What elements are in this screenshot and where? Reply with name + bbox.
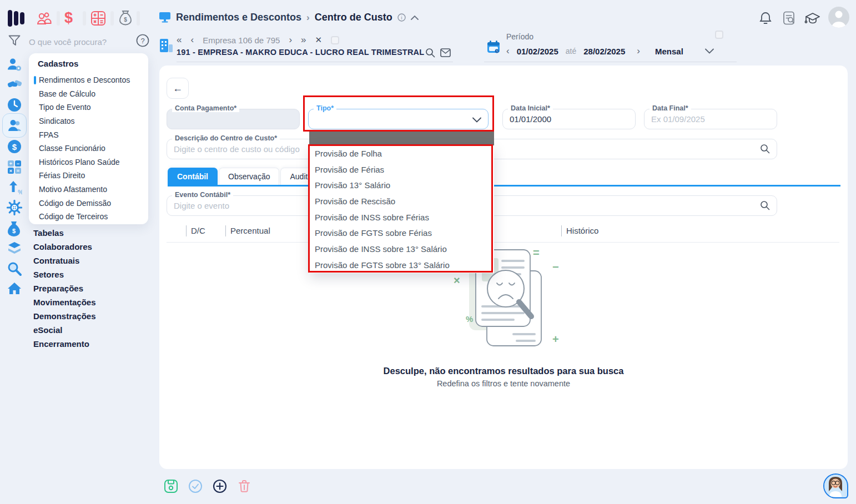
search-icon[interactable] xyxy=(760,200,770,210)
delete-icon[interactable] xyxy=(237,479,251,493)
calculator-icon[interactable]: + − × = xyxy=(7,159,22,175)
clock-icon[interactable] xyxy=(7,97,22,113)
breadcrumb-separator: › xyxy=(306,12,310,23)
svg-text:i: i xyxy=(401,15,402,21)
handshake-icon[interactable] xyxy=(7,77,22,93)
submenu-item[interactable]: Código de Terceiros xyxy=(29,210,148,224)
moneybag-icon[interactable]: $ xyxy=(119,10,132,28)
mail-icon[interactable] xyxy=(440,48,451,59)
next-company-button[interactable]: › xyxy=(289,34,292,46)
sidebar-section-item[interactable]: Contratuais xyxy=(33,254,96,268)
period-mode-select[interactable]: Mensal xyxy=(655,47,683,56)
sidebar-section-item[interactable]: Demonstrações xyxy=(33,309,96,323)
search-input[interactable] xyxy=(29,34,129,49)
dollar-icon[interactable]: $ xyxy=(64,9,73,27)
dropdown-option[interactable]: Provisão de Folha xyxy=(309,145,494,162)
column-header-historico: Histórico xyxy=(561,225,598,236)
sidebar-section-item[interactable]: Setores xyxy=(33,268,96,281)
tab[interactable]: Contábil xyxy=(168,168,218,185)
submenu-item[interactable]: Férias Direito xyxy=(29,169,148,183)
save-icon[interactable] xyxy=(164,479,178,493)
period-checkbox[interactable] xyxy=(715,31,723,39)
info-icon[interactable]: i xyxy=(397,13,406,22)
company-checkbox[interactable] xyxy=(331,36,339,44)
dropdown-option-label: Provisão 13° Salário xyxy=(315,180,390,190)
svg-text:×: × xyxy=(454,274,460,286)
sidebar-section-item[interactable]: Movimentações xyxy=(33,295,96,309)
chevron-down-icon[interactable] xyxy=(472,117,481,123)
period-prev-button[interactable]: ‹ xyxy=(506,46,510,57)
divider xyxy=(484,62,737,62)
filter-icon[interactable] xyxy=(8,35,21,48)
help-icon[interactable]: ? xyxy=(136,34,149,49)
dropdown-option[interactable]: Provisão de FGTS sobre Férias xyxy=(309,225,494,241)
data-final-input[interactable] xyxy=(644,109,777,129)
people-icon[interactable] xyxy=(37,11,52,28)
chevron-down-icon[interactable] xyxy=(705,48,714,54)
submenu-item[interactable]: Classe Funcionário xyxy=(29,142,148,155)
app-logo[interactable] xyxy=(8,9,27,29)
dropdown-option[interactable]: Provisão de FGTS sobre 13° Salário xyxy=(309,257,494,273)
breadcrumb-section[interactable]: Rendimentos e Descontos xyxy=(176,12,301,23)
dropdown-option[interactable]: Provisão de Férias xyxy=(309,162,494,178)
search-icon[interactable] xyxy=(7,261,22,276)
submenu-item[interactable]: Rendimentos e Descontos xyxy=(29,73,148,87)
confirm-icon[interactable] xyxy=(188,479,203,493)
dropdown-option[interactable]: Provisão de Rescisão xyxy=(309,193,494,209)
period-start-date[interactable]: 01/02/2025 xyxy=(517,47,558,56)
dropdown-option[interactable]: Provisão de INSS sobre 13° Salário xyxy=(309,241,494,257)
moneybag-icon[interactable]: $ xyxy=(7,220,22,236)
sidebar-section-label: Encerramento xyxy=(33,339,89,349)
period-end-date[interactable]: 28/02/2025 xyxy=(583,47,625,56)
dollar-circle-icon[interactable]: $ xyxy=(7,139,22,154)
chevron-up-icon[interactable] xyxy=(411,15,419,20)
svg-text:$: $ xyxy=(124,17,127,23)
user-settings-icon[interactable] xyxy=(7,57,22,73)
support-chat-avatar[interactable] xyxy=(823,473,848,498)
submenu-item-label: Classe Funcionário xyxy=(39,144,105,153)
sidebar-section-item[interactable]: eSocial xyxy=(33,323,96,337)
search-icon[interactable] xyxy=(760,144,770,154)
dropdown-selected-empty-option[interactable] xyxy=(309,132,494,145)
data-inicial-input[interactable] xyxy=(503,109,635,129)
clear-company-button[interactable]: ✕ xyxy=(315,35,323,45)
calculator-icon[interactable] xyxy=(90,11,106,28)
growth-icon[interactable]: % xyxy=(7,180,22,195)
graduation-cap-icon[interactable] xyxy=(804,11,821,28)
sidebar-section-item[interactable]: Preparações xyxy=(33,281,96,295)
first-company-button[interactable]: « xyxy=(177,34,182,46)
add-icon[interactable] xyxy=(213,479,227,493)
home-icon[interactable] xyxy=(7,281,22,296)
user-avatar[interactable] xyxy=(828,7,849,28)
layers-icon[interactable] xyxy=(7,241,22,256)
sidebar-section-item[interactable]: Colaboradores xyxy=(33,240,96,254)
users-icon[interactable] xyxy=(7,118,23,133)
submenu-item[interactable]: Código de Demissão xyxy=(29,196,148,210)
submenu-item[interactable]: Base de Cálculo xyxy=(29,87,148,101)
submenu-item[interactable]: Tipo de Evento xyxy=(29,100,148,114)
sidebar-section-item[interactable]: Tabelas xyxy=(33,226,96,240)
dropdown-option[interactable]: Provisão 13° Salário xyxy=(309,177,494,193)
gear-icon[interactable] xyxy=(7,200,22,215)
sidebar-section-label: Colaboradores xyxy=(33,242,92,251)
svg-text:−: − xyxy=(552,261,559,273)
submenu-item-label: Sindicatos xyxy=(39,117,75,125)
period-until-label: até xyxy=(566,47,576,56)
prev-company-button[interactable]: ‹ xyxy=(190,34,194,46)
company-search-icon[interactable] xyxy=(425,48,435,60)
submenu-item[interactable]: FPAS xyxy=(29,128,148,142)
period-next-button[interactable]: › xyxy=(637,46,640,57)
submenu-item[interactable]: Motivo Afastamento xyxy=(29,183,148,196)
sidebar-section-item[interactable]: Encerramento xyxy=(33,337,96,351)
data-final-label: Data Final* xyxy=(649,104,691,112)
submenu-item[interactable]: Históricos Plano Saúde xyxy=(29,155,148,169)
back-button[interactable]: ← xyxy=(167,78,189,99)
document-search-icon[interactable] xyxy=(783,11,796,28)
submenu-item[interactable]: Sindicatos xyxy=(29,114,148,128)
tipo-select[interactable] xyxy=(309,109,488,129)
bell-icon[interactable] xyxy=(759,11,772,28)
dropdown-option[interactable]: Provisão de INSS sobre Férias xyxy=(309,209,494,225)
last-company-button[interactable]: » xyxy=(301,34,306,46)
tab[interactable]: Observação xyxy=(219,168,279,185)
data-final-field: Data Final* xyxy=(644,109,777,129)
